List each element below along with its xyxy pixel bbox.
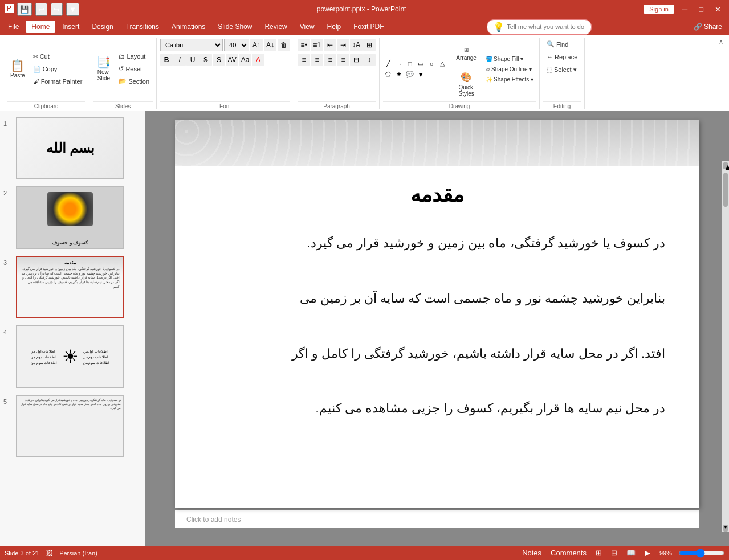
italic-button[interactable]: I	[173, 54, 186, 66]
title-bar-title: powerpoint.pptx - PowerPoint	[79, 5, 644, 13]
bullets-button[interactable]: ≡•	[298, 39, 310, 51]
menu-slideshow[interactable]: Slide Show	[212, 21, 258, 33]
vertical-scrollbar[interactable]: ▲ ▼	[722, 161, 729, 532]
triangle-shape[interactable]: △	[437, 59, 447, 69]
slide-show-button[interactable]: ▶	[642, 548, 653, 558]
replace-button[interactable]: ↔ Replace	[543, 52, 581, 62]
save-button[interactable]: 💾	[17, 3, 32, 16]
slide-thumbnail-3[interactable]: 3 مقدمه در کسوف یا خورشید گرفتگی، ماه بی…	[2, 255, 142, 320]
redo-button[interactable]: ↪	[51, 3, 63, 16]
select-button[interactable]: ⬚ Select ▾	[543, 64, 580, 75]
collapse-ribbon-button[interactable]: ∧	[716, 38, 726, 46]
underline-button[interactable]: U	[186, 54, 199, 66]
signin-button[interactable]: Sign in	[644, 5, 674, 14]
star-shape[interactable]: ★	[394, 70, 404, 80]
menu-transitions[interactable]: Transitions	[120, 21, 165, 33]
shape-fill-button[interactable]: 🪣 Shape Fill ▾	[483, 55, 536, 63]
paste-button[interactable]: 📋 Paste	[7, 58, 28, 81]
convert-to-smartart-button[interactable]: ⊞	[363, 39, 376, 51]
menu-bar: File Home Insert Design Transitions Anim…	[0, 18, 729, 35]
paragraph-label: Paragraph	[298, 101, 376, 109]
bold-button[interactable]: B	[160, 54, 173, 66]
menu-insert[interactable]: Insert	[56, 21, 85, 33]
scroll-down-arrow[interactable]: ▼	[723, 525, 728, 532]
align-left-button[interactable]: ≡	[298, 54, 310, 66]
normal-view-button[interactable]: ⊞	[593, 548, 604, 558]
cut-button[interactable]: ✂ Cut	[30, 51, 86, 62]
undo-button[interactable]: ↩	[35, 3, 47, 16]
more-shapes[interactable]: ▼	[416, 70, 426, 80]
customize-qa-button[interactable]: ▼	[66, 3, 79, 16]
slide-thumbnail-5[interactable]: 5 در خسوف یا ماه گرفتگی، زمین بین ماه و …	[2, 394, 142, 459]
find-icon: 🔍	[547, 40, 555, 48]
reading-view-button[interactable]: 📖	[624, 548, 638, 558]
char-spacing-button[interactable]: AV	[226, 54, 238, 66]
callout-shape[interactable]: 💬	[405, 70, 415, 80]
section-button[interactable]: 📂 Section	[115, 76, 153, 87]
notes-button[interactable]: Notes	[520, 548, 544, 558]
minimize-button[interactable]: ─	[679, 4, 691, 15]
restore-button[interactable]: □	[695, 4, 707, 15]
clear-format-button[interactable]: 🗑	[278, 39, 290, 51]
increase-indent-button[interactable]: ⇥	[337, 39, 349, 51]
lightbulb-icon: 💡	[493, 22, 504, 32]
notes-area[interactable]: Click to add notes	[175, 510, 699, 528]
shape-outline-button[interactable]: ▱ Shape Outline ▾	[483, 65, 536, 73]
oval-shape[interactable]: ○	[426, 59, 437, 69]
change-case-button[interactable]: Aa	[239, 54, 251, 66]
find-button[interactable]: 🔍 Find	[543, 39, 572, 50]
menu-design[interactable]: Design	[86, 21, 119, 33]
comments-button[interactable]: Comments	[548, 548, 589, 558]
tell-me-box[interactable]: 💡	[487, 19, 592, 35]
strikethrough-button[interactable]: S̶	[199, 54, 212, 66]
line-spacing-button[interactable]: ↕	[363, 54, 376, 66]
status-right: Notes Comments ⊞ ⊞ 📖 ▶ 99%	[520, 548, 724, 558]
pentagon-shape[interactable]: ⬠	[383, 70, 393, 80]
round-rect-shape[interactable]: ▭	[416, 59, 426, 69]
text-direction-button[interactable]: ↕A	[350, 39, 363, 51]
decrease-indent-button[interactable]: ⇤	[324, 39, 336, 51]
font-color-button[interactable]: A	[252, 54, 264, 66]
arrow-shape[interactable]: →	[394, 59, 404, 69]
slide-sorter-button[interactable]: ⊞	[609, 548, 620, 558]
numbering-button[interactable]: ≡1	[311, 39, 323, 51]
menu-home[interactable]: Home	[26, 21, 55, 33]
layout-button[interactable]: 🗂 Layout	[115, 51, 153, 62]
font-decrease-button[interactable]: A↓	[264, 39, 276, 51]
line-shape[interactable]: ╱	[383, 59, 393, 69]
menu-animations[interactable]: Animations	[166, 21, 211, 33]
align-center-button[interactable]: ≡	[311, 54, 323, 66]
slide-thumbnail-1[interactable]: 1 بسم الله	[2, 116, 142, 181]
columns-button[interactable]: ⊟	[350, 54, 363, 66]
format-painter-button[interactable]: 🖌 Format Painter	[30, 76, 86, 87]
reset-button[interactable]: ↺ Reset	[115, 63, 153, 74]
slide-thumbnail-4[interactable]: 4 اطلاعات اول من اطلاعات دوم من اطلاعات …	[2, 324, 142, 389]
menu-view[interactable]: View	[294, 21, 320, 33]
menu-review[interactable]: Review	[259, 21, 292, 33]
font-increase-button[interactable]: A↑	[250, 39, 263, 51]
slide-thumbnail-2[interactable]: 2 کسوف و خسوف	[2, 185, 142, 250]
shape-effects-button[interactable]: ✨ Shape Effects ▾	[483, 75, 536, 84]
font-size-selector[interactable]: 40	[224, 39, 249, 51]
slide-canvas[interactable]: مقدمه در کسوف یا خورشید گرفتگی، ماه بین …	[175, 120, 699, 508]
arrange-button[interactable]: ⊞ Arrange	[453, 39, 480, 68]
align-right-button[interactable]: ≡	[324, 54, 336, 66]
new-slide-icon: 📑	[96, 56, 111, 68]
scroll-up-arrow[interactable]: ▲	[723, 162, 728, 169]
justify-button[interactable]: ≡	[337, 54, 349, 66]
menu-foxit[interactable]: Foxit PDF	[348, 21, 389, 33]
font-selector[interactable]: Calibri	[160, 39, 223, 51]
close-button[interactable]: ✕	[711, 4, 724, 15]
new-slide-button[interactable]: 📑 NewSlide	[93, 54, 114, 84]
menu-help[interactable]: Help	[321, 21, 347, 33]
quick-styles-button[interactable]: 🎨 QuickStyles	[453, 70, 480, 99]
rect-shape[interactable]: □	[405, 59, 415, 69]
scroll-thumb[interactable]	[723, 173, 728, 207]
tell-me-input[interactable]	[507, 23, 585, 30]
menu-file[interactable]: File	[2, 21, 25, 33]
shadow-button[interactable]: S	[213, 54, 225, 66]
share-button[interactable]: 🔗 Share	[689, 22, 727, 32]
drawing-label: Drawing	[383, 101, 536, 109]
zoom-slider[interactable]	[679, 549, 724, 558]
copy-button[interactable]: 📄 Copy	[30, 64, 86, 75]
